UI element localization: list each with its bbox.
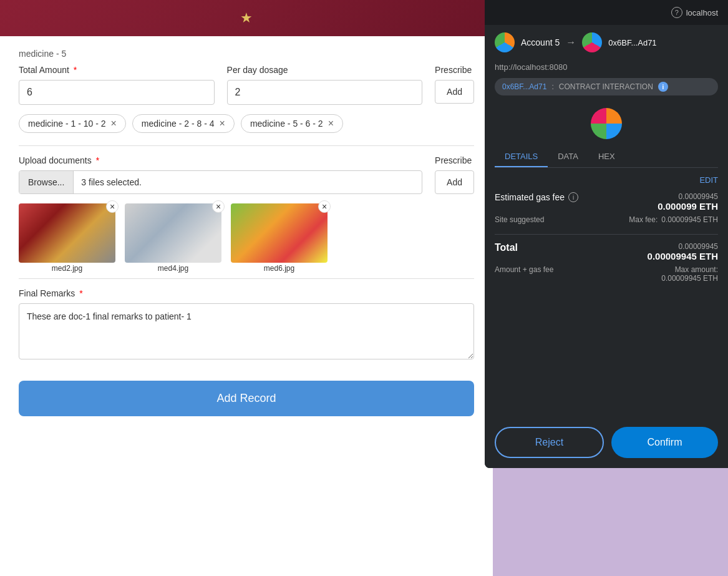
upload-label: Upload documents * [19,155,422,165]
file-info: 3 files selected. [74,171,149,193]
mm-recipient-address: 0x6BF...Ad71 [608,38,656,47]
prescribe-label-2: Prescribe [435,155,474,165]
mm-account-avatar [495,32,515,52]
medicine-tag-2-text: medicine - 2 - 8 - 4 [142,119,215,129]
image-preview-med4: × med4.jpg [125,203,221,266]
total-amount-input[interactable] [19,80,215,105]
prescribe-add-col: Prescribe Add [435,65,474,105]
mm-gas-row: Estimated gas fee i 0.00009945 0.000099 … [495,192,718,212]
mm-body: EDIT Estimated gas fee i 0.00009945 0.00… [485,168,728,417]
per-day-dosage-label: Per day dosage [227,65,423,75]
image-med4-label: med4.jpg [125,264,221,273]
medicine-section: medicine - 5 Total Amount * Per day dosa… [19,49,474,133]
mm-gas-label: Estimated gas fee i [495,192,578,202]
mm-gas-eth-large: 0.000099 ETH [658,201,718,212]
form-content: medicine - 5 Total Amount * Per day dosa… [0,36,493,576]
mm-gas-info-icon[interactable]: i [568,192,578,202]
mm-gas-section: Estimated gas fee i 0.00009945 0.000099 … [495,192,718,224]
add-upload-button[interactable]: Add [435,170,474,194]
image-med4-close[interactable]: × [212,200,225,213]
mm-divider [495,234,718,235]
mm-logo-area [485,103,728,147]
mm-total-values: 0.00009945 0.00009945 ETH [648,242,718,261]
browse-button[interactable]: Browse... [19,171,74,193]
metamask-panel: ? localhost Account 5 → 0x6BF...Ad71 htt… [485,0,728,468]
main-form: ★ medicine - 5 Total Amount * Per day do… [0,0,493,576]
mm-amt-gas-row: Amount + gas fee Max amount: 0.00009945 … [495,265,718,283]
upload-input-wrapper: Browse... 3 files selected. [19,170,422,194]
mm-help-icon[interactable]: ? [671,7,682,18]
image-previews: × med2.jpg × med4.jpg × med6.jpg [19,203,474,266]
mm-max-fee-label: Max fee: [629,215,658,224]
upload-add-col: Prescribe Add [435,155,474,194]
total-amount-label: Total Amount * [19,65,215,75]
mm-total-label: Total [495,242,518,253]
upload-section: Upload documents * Browse... 3 files sel… [19,155,474,266]
mm-gas-values: 0.00009945 0.000099 ETH [658,192,718,212]
medicine-tag-3-close[interactable]: × [328,119,334,129]
mm-total-section: Total 0.00009945 0.00009945 ETH Amount +… [495,242,718,283]
mm-contract-interaction-label: CONTRACT INTERACTION [559,82,653,91]
upload-row: Upload documents * Browse... 3 files sel… [19,155,474,194]
image-preview-med6: × med6.jpg [231,203,328,266]
mm-gas-eth-small: 0.00009945 [658,192,718,201]
final-remarks-section: Final Remarks * These are doc-1 final re… [19,288,474,362]
mm-contract-info-icon[interactable]: i [658,82,668,92]
mm-max-fee-val: 0.00009945 ETH [661,215,718,224]
tab-hex[interactable]: HEX [588,147,625,167]
divider-1 [19,145,474,146]
mm-max-amt-col: Max amount: 0.00009945 ETH [661,265,718,283]
mm-contract-badge: 0x6BF...Ad71 : CONTRACT INTERACTION i [495,78,718,95]
image-med2-close[interactable]: × [106,200,119,213]
add-medicine-button[interactable]: Add [435,80,474,104]
image-preview-med2: × med2.jpg [19,203,115,266]
medicine-tags-container: medicine - 1 - 10 - 2 × medicine - 2 - 8… [19,114,474,133]
final-remarks-label: Final Remarks * [19,288,474,298]
mm-edit-button[interactable]: EDIT [699,175,718,185]
mm-recipient-avatar [582,32,602,52]
medicine-tag-3-text: medicine - 5 - 6 - 2 [250,119,323,129]
confirm-button[interactable]: Confirm [611,427,718,458]
divider-2 [19,278,474,279]
mm-total-row: Total 0.00009945 0.00009945 ETH [495,242,718,261]
amount-dosage-row: Total Amount * Per day dosage Prescribe … [19,65,474,105]
tab-data[interactable]: DATA [548,147,588,167]
mm-total-large: 0.00009945 ETH [648,251,718,261]
medicine-tag-3: medicine - 5 - 6 - 2 × [241,114,343,133]
reject-button[interactable]: Reject [495,427,604,458]
medicine-tag-2-close[interactable]: × [220,119,225,129]
mm-total-small: 0.00009945 [648,242,718,251]
image-med6-close[interactable]: × [318,200,331,213]
medicine-section-label: medicine - 5 [19,49,474,59]
mm-account-bar: Account 5 → 0x6BF...Ad71 [485,25,728,60]
star-icon[interactable]: ★ [240,10,253,26]
mm-contract-address: 0x6BF...Ad71 [502,82,546,91]
mm-logo [591,108,622,139]
img-med2-placeholder [19,203,115,263]
add-record-button[interactable]: Add Record [19,381,474,416]
image-med6-label: med6.jpg [231,264,328,273]
upload-left: Upload documents * Browse... 3 files sel… [19,155,422,194]
mm-hostname: localhost [686,8,718,17]
final-remarks-input[interactable]: These are doc-1 final remarks to patient… [19,303,474,359]
mm-url-bar: http://localhost:8080 [485,60,728,78]
per-day-dosage-input[interactable] [227,80,423,105]
mm-site-suggested-row: Site suggested Max fee: 0.00009945 ETH [495,215,718,224]
prescribe-label: Prescribe [435,65,474,75]
upload-required: * [96,155,99,165]
image-med2 [19,203,115,263]
mm-max-fee-row: Max fee: 0.00009945 ETH [629,215,718,224]
image-med6 [231,203,328,263]
img-med6-placeholder [231,203,328,263]
mm-arrow-icon: → [566,37,576,48]
tab-details[interactable]: DETAILS [495,147,548,167]
mm-max-amt-label: Max amount: [661,265,718,274]
medicine-tag-1-close[interactable]: × [111,119,117,129]
total-amount-required: * [74,65,77,75]
per-day-dosage-col: Per day dosage [227,65,423,105]
image-med2-label: med2.jpg [19,264,115,273]
image-med4 [125,203,221,263]
mm-contract-separator: : [551,82,553,91]
total-amount-col: Total Amount * [19,65,215,105]
mm-footer: Reject Confirm [485,417,728,468]
